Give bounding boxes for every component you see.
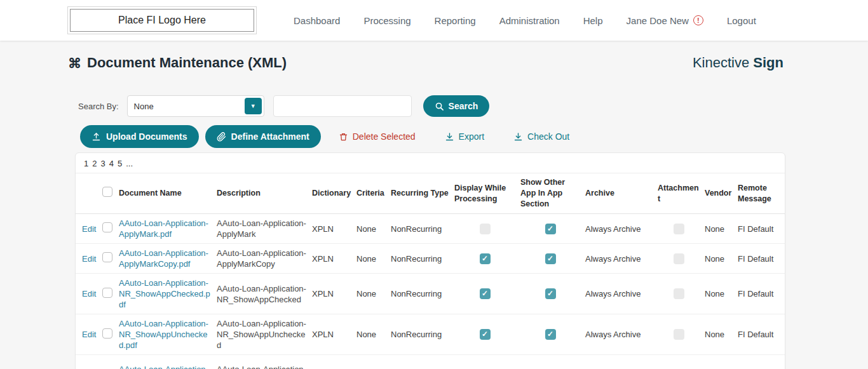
document-name-link[interactable]: AAuto-Loan-Application-NR_ShowAppChecked… — [119, 278, 212, 310]
description-cell: AAuto-Loan-Application-NR_ShowAppChecked — [217, 283, 312, 305]
criteria-cell: None — [356, 224, 391, 234]
vendor-cell: None — [705, 329, 738, 340]
recurring-type-cell: NonRecurring — [391, 329, 454, 340]
edit-link[interactable]: Edit — [82, 224, 96, 234]
nav-dashboard[interactable]: Dashboard — [294, 15, 340, 26]
nav-help[interactable]: Help — [583, 15, 603, 26]
fi-logo-placeholder: Place FI Logo Here — [67, 6, 257, 34]
edit-link[interactable]: Edit — [82, 254, 96, 264]
column-header-document-name: Document Name — [119, 188, 217, 199]
column-header-description: Description — [217, 188, 312, 199]
page-number[interactable]: 2 — [92, 159, 97, 168]
search-input[interactable] — [273, 95, 412, 117]
table-row: AAuto-Loan-Application- AAuto-Loan-Appli… — [76, 355, 785, 369]
row-select-checkbox[interactable] — [102, 252, 112, 262]
attachment-checkbox[interactable] — [674, 329, 684, 340]
page-number[interactable]: 4 — [109, 159, 114, 168]
column-header-archive: Archive — [585, 188, 658, 199]
vendor-cell: None — [705, 253, 738, 264]
row-select-checkbox[interactable] — [102, 328, 112, 339]
row-select-checkbox[interactable] — [102, 222, 112, 232]
check-out-button[interactable]: Check Out — [510, 131, 573, 142]
nav-processing[interactable]: Processing — [363, 15, 410, 26]
dictionary-cell: XPLN — [312, 224, 356, 234]
top-navigation-bar: Place FI Logo Here Dashboard Processing … — [0, 0, 868, 41]
remote-message-cell: FI Default — [738, 329, 785, 340]
edit-link[interactable]: Edit — [82, 289, 96, 299]
dictionary-cell: XPLN — [312, 288, 356, 299]
show-other-app-checkbox[interactable] — [545, 224, 556, 234]
warning-icon: ! — [693, 15, 703, 25]
criteria-cell: None — [356, 253, 391, 264]
search-button[interactable]: Search — [423, 95, 490, 117]
description-cell: AAuto-Loan-Application — [217, 364, 312, 369]
table-row: Edit AAuto-Loan-Application-ApplyMarkCop… — [76, 244, 785, 274]
show-other-app-checkbox[interactable] — [545, 253, 556, 264]
column-header-attachment: Attachment — [658, 183, 705, 205]
display-while-processing-checkbox[interactable] — [480, 329, 491, 340]
nav-logout[interactable]: Logout — [727, 15, 756, 26]
delete-selected-button[interactable]: Delete Selected — [335, 131, 419, 142]
user-name: Jane Doe New — [627, 15, 689, 26]
attachment-checkbox[interactable] — [674, 288, 684, 299]
page-header: ⌘ Document Maintenance (XML) Kinective S… — [68, 55, 783, 71]
column-header-display-while-processing: Display While Processing — [454, 183, 520, 205]
page-number[interactable]: 1 — [84, 159, 88, 168]
brand-logo: Kinective Sign — [693, 55, 783, 71]
document-name-link[interactable]: AAuto-Loan-Application-ApplyMarkCopy.pdf — [119, 248, 212, 269]
nav-reporting[interactable]: Reporting — [435, 15, 476, 26]
criteria-cell: None — [356, 288, 391, 299]
description-cell: AAuto-Loan-Application-ApplyMarkCopy — [217, 248, 312, 269]
nav-user-menu[interactable]: Jane Doe New ! — [627, 15, 703, 26]
display-while-processing-checkbox[interactable] — [480, 253, 491, 264]
select-all-checkbox[interactable] — [102, 187, 112, 197]
document-name-link[interactable]: AAuto-Loan-Application-NR_ShowAppUncheck… — [119, 318, 212, 351]
define-attachment-label: Define Attachment — [231, 131, 309, 142]
edit-link[interactable]: Edit — [82, 330, 96, 339]
chevron-down-icon[interactable]: ▼ — [245, 98, 262, 114]
page-number[interactable]: 5 — [118, 159, 122, 168]
page-ellipsis[interactable]: ... — [126, 159, 133, 168]
criteria-cell: None — [356, 329, 391, 340]
download-icon — [513, 132, 523, 142]
attachment-checkbox[interactable] — [674, 224, 684, 234]
show-other-app-checkbox[interactable] — [545, 288, 556, 299]
column-header-show-other-app: Show Other App In App Section — [520, 177, 585, 210]
define-attachment-button[interactable]: Define Attachment — [205, 125, 321, 148]
archive-cell: Always Archive — [585, 253, 658, 264]
display-while-processing-checkbox[interactable] — [480, 288, 491, 299]
description-cell: AAuto-Loan-Application-ApplyMark — [217, 218, 312, 239]
document-name-link[interactable]: AAuto-Loan-Application-ApplyMark.pdf — [119, 218, 212, 239]
export-label: Export — [459, 131, 484, 142]
search-button-label: Search — [449, 101, 478, 111]
vendor-cell: None — [705, 288, 738, 299]
nav-administration[interactable]: Administration — [499, 15, 560, 26]
vendor-cell: None — [705, 224, 738, 234]
check-out-label: Check Out — [527, 131, 569, 142]
brand-product: Sign — [753, 55, 783, 70]
show-other-app-checkbox[interactable] — [545, 329, 556, 340]
table-header-row: Document Name Description Dictionary Cri… — [76, 173, 785, 214]
remote-message-cell: FI Default — [738, 253, 785, 264]
archive-cell: Always Archive — [585, 329, 658, 340]
fi-logo-text: Place FI Logo Here — [70, 9, 254, 32]
search-by-select[interactable]: None ▼ — [127, 95, 264, 117]
table-row: Edit AAuto-Loan-Application-ApplyMark.pd… — [76, 214, 785, 244]
upload-documents-button[interactable]: Upload Documents — [80, 125, 199, 148]
archive-cell: Always Archive — [585, 224, 658, 234]
attachment-checkbox[interactable] — [674, 253, 684, 264]
table-row: Edit AAuto-Loan-Application-NR_ShowAppCh… — [76, 274, 785, 314]
command-icon: ⌘ — [68, 57, 81, 70]
export-button[interactable]: Export — [441, 131, 488, 142]
recurring-type-cell: NonRecurring — [391, 224, 454, 234]
select-all-cell — [102, 187, 119, 200]
row-select-checkbox[interactable] — [102, 288, 112, 298]
upload-documents-label: Upload Documents — [106, 131, 187, 142]
column-header-recurring-type: Recurring Type — [391, 188, 454, 199]
display-while-processing-checkbox[interactable] — [480, 224, 491, 234]
page-number[interactable]: 3 — [100, 159, 105, 168]
trash-icon — [339, 132, 348, 142]
paperclip-icon — [217, 132, 226, 142]
archive-cell: Always Archive — [585, 288, 658, 299]
document-name-link[interactable]: AAuto-Loan-Application- — [119, 364, 212, 369]
